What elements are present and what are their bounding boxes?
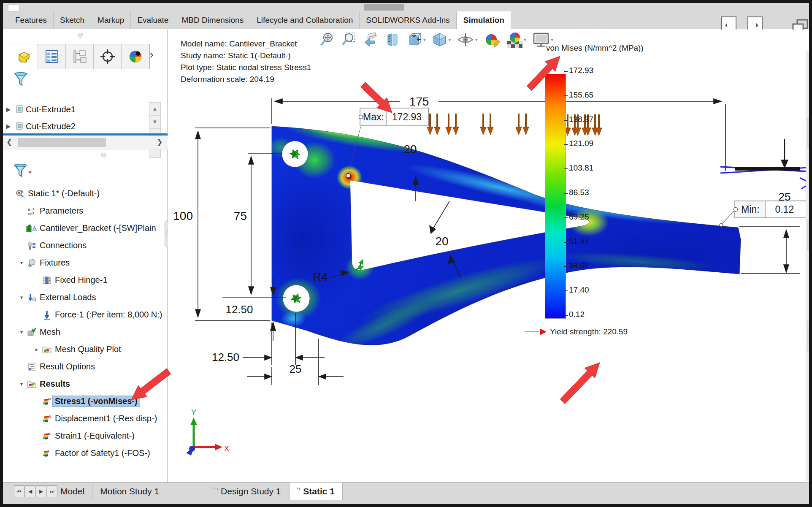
dim-hole-span: 75 xyxy=(234,209,247,222)
caret-right-icon[interactable]: ▶ xyxy=(3,106,14,113)
dim-base: 25 xyxy=(290,363,302,375)
yield-marker-line xyxy=(525,331,539,332)
study-tree-label: Parameters xyxy=(38,206,85,216)
study-tree-item-result-options[interactable]: Result Options xyxy=(3,358,168,375)
graphics-viewport[interactable]: Model name: Cantilever_Bracket Study nam… xyxy=(168,30,812,482)
study-tree-item-static-1-default[interactable]: Static 1* (-Default-) xyxy=(3,185,168,202)
caret-down-icon[interactable]: ▾ xyxy=(17,294,26,301)
meshplot-icon xyxy=(41,345,53,354)
study-tree-label: Force-1 (:Per item: 8,000 N:) xyxy=(53,309,165,320)
yield-strength-row: Yield strength: 220.59 xyxy=(525,327,628,336)
appearance-sphere-icon xyxy=(127,48,144,65)
triad-y-label: Y xyxy=(191,408,197,417)
part-icon xyxy=(16,48,32,65)
panel-expand-chevron[interactable]: › xyxy=(150,48,154,61)
titlebar-fragment xyxy=(364,4,404,11)
tab-displaymanager[interactable] xyxy=(122,44,149,69)
dim-radius: R4 xyxy=(313,270,328,283)
study-tree-item-parameters[interactable]: a=?x=?Parameters xyxy=(3,202,168,220)
study-tree-item-results[interactable]: ▾Results xyxy=(3,375,168,393)
task-pane-strip[interactable] xyxy=(806,51,812,481)
feature-tree-item[interactable]: ▶Cut-Extrude2 xyxy=(3,118,168,135)
scroll-right-icon[interactable]: ❯ xyxy=(157,138,162,146)
dim-offset1: 12.50 xyxy=(225,303,253,316)
window-footer xyxy=(3,504,812,507)
disp-icon: u xyxy=(41,414,53,423)
study-tree-item-mesh-quality-plot[interactable]: ▸Mesh Quality Plot xyxy=(3,341,168,358)
caret-down-icon[interactable]: ▾ xyxy=(17,329,26,335)
solidworks-window: FeaturesSketchMarkupEvaluateMBD Dimensio… xyxy=(0,0,812,507)
study-type-icon: ⮡ xyxy=(297,486,301,491)
study-tree-item-mesh[interactable]: ▾Mesh xyxy=(3,323,168,341)
feature-tree: ▶Cut-Extrude1▶Cut-Extrude2 xyxy=(3,101,168,135)
title-strip xyxy=(3,3,809,11)
ribbon-tab-sketch[interactable]: Sketch xyxy=(54,11,91,29)
study-tree-item-factor-of-safety1-fos[interactable]: Factor of Safety1 (-FOS-) xyxy=(3,445,168,462)
tab-configurationmanager[interactable] xyxy=(66,44,94,69)
first-tab-button[interactable]: ⏮ xyxy=(14,485,24,497)
ribbon-tab-mbd-dimensions[interactable]: MBD Dimensions xyxy=(175,11,250,29)
study-icon xyxy=(14,189,26,198)
bracket-model[interactable] xyxy=(252,114,767,356)
scroll-left-icon[interactable]: ❮ xyxy=(6,138,12,146)
study-tabs: ModelMotion Study 1⮡Design Study 1⮡Stati… xyxy=(53,483,343,500)
caret-down-icon[interactable]: ▾ xyxy=(17,381,26,387)
tree-grip[interactable] xyxy=(101,153,106,157)
mesh-icon xyxy=(26,328,38,337)
dim-thickness-bottom: 20 xyxy=(435,235,448,248)
caret-down-icon[interactable]: ▾ xyxy=(17,260,26,266)
study-tree-item-strain1-equivalent[interactable]: εStrain1 (-Equivalent-) xyxy=(3,427,168,445)
scroll-thumb[interactable] xyxy=(18,138,106,147)
scroll-up-icon[interactable]: ▲ xyxy=(149,103,160,116)
ribbon-tab-evaluate[interactable]: Evaluate xyxy=(131,11,175,29)
study-tree-item-external-loads[interactable]: ▾External Loads xyxy=(3,289,168,306)
study-tree-label: Connections xyxy=(38,240,89,251)
study-tree-label: Result Options xyxy=(38,361,97,372)
study-tree-item-stress1-vonmises[interactable]: σStress1 (-vonMises-) xyxy=(3,393,168,410)
dim-height: 100 xyxy=(173,209,193,222)
strain-icon: ε xyxy=(41,431,53,441)
study-filter-icon[interactable] xyxy=(13,164,32,182)
panel-grip[interactable] xyxy=(78,33,83,38)
ribbon-tab-solidworks-add-ins[interactable]: SOLIDWORKS Add-Ins xyxy=(360,11,457,29)
caret-right-icon[interactable]: ▸ xyxy=(32,346,41,352)
ribbon-tab-markup[interactable]: Markup xyxy=(91,11,131,29)
legend-value: 51.97 xyxy=(569,237,589,246)
scroll-down-icon[interactable]: ▼ xyxy=(149,116,160,129)
prev-tab-button[interactable]: ◀ xyxy=(25,485,35,497)
study-tab-static-1[interactable]: ⮡Static 1 xyxy=(289,483,343,500)
study-tab-motion-study-1[interactable]: Motion Study 1 xyxy=(92,483,167,500)
feature-manager-panel: › ▶Cut-Extrude1▶Cut-Extrude2 ▲ ▼ ❮ ❯ Sta… xyxy=(3,30,168,482)
study-tree-item-cantilever-bracket-sw-plain[interactable]: Cantilever_Bracket (-[SW]Plain xyxy=(3,220,168,237)
study-tree-item-displacement1-res-disp[interactable]: uDisplacement1 (-Res disp-) xyxy=(3,410,168,427)
svg-text:σ: σ xyxy=(49,397,51,401)
next-tab-button[interactable]: ▶ xyxy=(36,485,46,497)
stress-plot-canvas: 175 100 75 20 20 R4 12.50 12.50 25 25 Ma… xyxy=(168,30,812,482)
study-tab-model[interactable]: Model xyxy=(53,483,92,500)
legend-value: 69.25 xyxy=(569,212,589,222)
panel-splitter[interactable] xyxy=(3,133,168,136)
tab-featuremanager[interactable] xyxy=(10,44,38,69)
ribbon-tab-features[interactable]: Features xyxy=(9,11,54,29)
study-type-icon: ⮡ xyxy=(214,486,218,491)
tab-dimxpertmanager[interactable] xyxy=(94,44,122,69)
tab-propertymanager[interactable] xyxy=(38,44,66,69)
ribbon-tab-bar: FeaturesSketchMarkupEvaluateMBD Dimensio… xyxy=(3,11,809,29)
ribbon-tab-simulation[interactable]: Simulation xyxy=(457,11,511,29)
min-callout[interactable]: Min: 0.12 xyxy=(720,201,812,227)
yield-marker-icon xyxy=(540,328,547,335)
study-tree-item-fixtures[interactable]: ▾Fixtures xyxy=(3,254,168,271)
feature-tree-scrollbar[interactable]: ▲ ▼ xyxy=(149,102,161,158)
reference-lines xyxy=(720,167,812,189)
legend-value: 103.81 xyxy=(569,163,593,173)
filter-icon[interactable] xyxy=(13,72,28,89)
feature-tree-item[interactable]: ▶Cut-Extrude1 xyxy=(3,101,168,118)
ribbon-tab-lifecycle-and-collaboration[interactable]: Lifecycle and Collaboration xyxy=(250,11,360,29)
study-tab-design-study-1[interactable]: ⮡Design Study 1 xyxy=(207,483,289,500)
study-tree-item-connections[interactable]: Connections xyxy=(3,237,168,254)
study-tree-item-fixed-hinge-1[interactable]: Fixed Hinge-1 xyxy=(3,271,168,289)
study-tree-item-force-1-per-item-8-000-n[interactable]: Force-1 (:Per item: 8,000 N:) xyxy=(3,306,168,323)
min-value: 0.12 xyxy=(775,204,794,215)
caret-right-icon[interactable]: ▶ xyxy=(3,123,14,130)
horizontal-scrollbar[interactable]: ❮ ❯ xyxy=(3,136,168,149)
